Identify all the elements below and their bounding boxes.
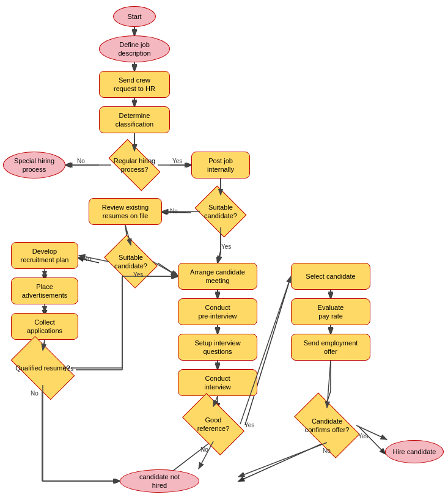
arrange-node: Arrange candidatemeeting: [178, 263, 257, 290]
special-hiring-label: Special hiringprocess: [14, 156, 54, 174]
good-ref-diamond: [182, 393, 244, 455]
define-job-node: Define jobdescription: [99, 35, 170, 62]
place-ads-node: Placeadvertisements: [11, 278, 78, 304]
setup-interview-label: Setup interviewquestions: [194, 339, 240, 356]
determine-label: Determineclassification: [116, 111, 153, 129]
send-offer-node: Send employmentoffer: [291, 334, 370, 361]
svg-line-63: [327, 361, 331, 408]
no-label-3: No: [83, 256, 91, 262]
review-resumes-label: Review existingresumes on file: [102, 203, 149, 221]
no-label-2: No: [170, 208, 178, 215]
conduct-interview-label: Conductinterview: [204, 374, 230, 392]
evaluate-pay-label: Evaluatepay rate: [318, 303, 344, 321]
send-crew-node: Send crewrequest to HR: [99, 71, 170, 98]
svg-line-31: [358, 426, 385, 454]
not-hired-label: candidate nothired: [139, 472, 180, 490]
yes-label-6: Yes: [358, 433, 368, 439]
place-ads-label: Placeadvertisements: [22, 282, 68, 300]
start-label: Start: [127, 12, 141, 21]
hire-candidate-node: Hire candidate: [385, 440, 444, 463]
post-job-node: Post jobinternally: [191, 152, 250, 178]
no-label-5: No: [200, 446, 208, 453]
conduct-interview-node: Conductinterview: [178, 369, 257, 396]
review-resumes-node: Review existingresumes on file: [89, 198, 162, 225]
no-label-1: No: [77, 158, 85, 164]
regular-hiring-diamond: [109, 139, 161, 191]
determine-node: Determineclassification: [99, 106, 170, 133]
pre-interview-node: Conductpre-interview: [178, 298, 257, 325]
suitable1-diamond: [195, 186, 247, 238]
yes-label-1: Yes: [172, 158, 182, 164]
yes-label-5: Yes: [244, 422, 254, 428]
svg-line-65: [238, 443, 327, 477]
start-node: Start: [113, 6, 156, 27]
pre-interview-label: Conductpre-interview: [199, 303, 237, 321]
select-candidate-label: Select candidate: [306, 272, 355, 281]
special-hiring-node: Special hiringprocess: [3, 152, 65, 178]
yes-label-4: Yes: [64, 366, 73, 372]
svg-line-9: [218, 251, 221, 263]
hire-candidate-label: Hire candidate: [393, 447, 436, 456]
define-job-label: Define jobdescription: [118, 40, 150, 58]
svg-line-12: [158, 263, 178, 276]
collect-apps-label: Collectapplications: [27, 318, 62, 336]
arrange-label: Arrange candidatemeeting: [190, 268, 245, 285]
flowchart: Start Define jobdescription Send crewreq…: [0, 0, 448, 500]
no-label-4: No: [31, 390, 39, 397]
evaluate-pay-node: Evaluatepay rate: [291, 298, 370, 325]
develop-recruit-node: Developrecruitment plan: [11, 242, 78, 269]
develop-recruit-label: Developrecruitment plan: [21, 247, 69, 265]
setup-interview-node: Setup interviewquestions: [178, 334, 257, 361]
send-crew-label: Send crewrequest to HR: [114, 76, 155, 94]
suitable2-diamond: [104, 235, 158, 289]
yes-label-2: Yes: [221, 243, 231, 250]
svg-line-46: [153, 262, 177, 276]
select-candidate-node: Select candidate: [291, 263, 370, 290]
svg-line-32: [239, 443, 325, 481]
collect-apps-node: Collectapplications: [11, 313, 78, 340]
not-hired-node: candidate nothired: [120, 469, 199, 493]
svg-line-43: [218, 254, 221, 262]
no-label-6: No: [323, 447, 331, 454]
send-offer-label: Send employmentoffer: [304, 339, 358, 356]
post-job-label: Post jobinternally: [207, 156, 234, 174]
yes-label-3: Yes: [133, 271, 143, 278]
